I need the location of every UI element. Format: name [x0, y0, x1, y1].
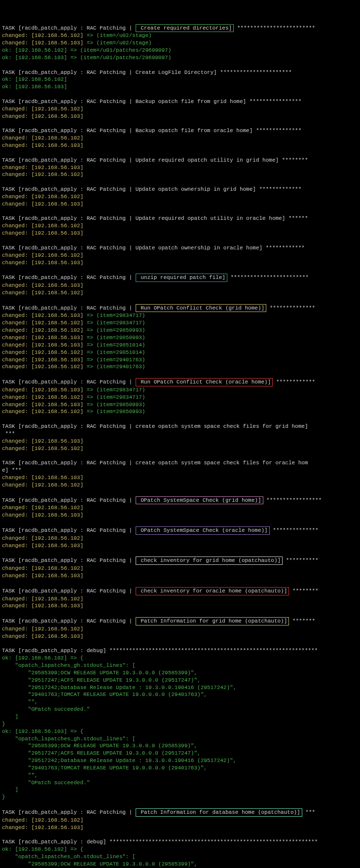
highlighted-task: Patch Information for database home (opa…: [136, 808, 302, 817]
highlighted-task: OPatch SystemSpace Check (oracle home)]: [136, 526, 270, 535]
highlighted-task: unzip required patch file]: [136, 274, 227, 282]
highlighted-task: Patch Information for grid home (opatcha…: [136, 617, 289, 625]
highlighted-task: Run OPatch Conflict Check (grid home)]: [136, 304, 266, 312]
highlighted-task: check inventory for grid home (opatchaut…: [136, 556, 283, 565]
terminal-output: TASK [racdb_patch_apply : RAC Patching |…: [2, 24, 358, 868]
highlighted-task: Create required directories]: [136, 24, 234, 33]
highlighted-task: Run OPatch Conflict Check (oracle home)]: [136, 378, 273, 386]
highlighted-task: OPatch SystemSpace Check (grid home)]: [136, 496, 263, 505]
highlighted-task: check inventory for oracle home (opatcha…: [136, 587, 289, 595]
